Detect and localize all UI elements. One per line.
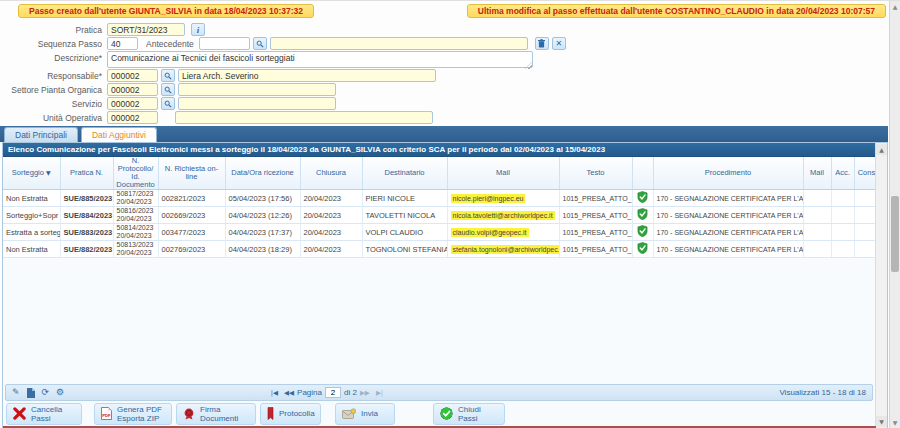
cell-acc [831, 241, 854, 258]
cell-testo: 1015_PRESA_ATTO_SCA.pdf [559, 207, 632, 224]
sequenza-input[interactable] [107, 37, 138, 50]
sequenza-label: Sequenza Passo [0, 39, 107, 49]
clear-step-button[interactable]: ✕ [552, 37, 566, 50]
genera-pdf-button[interactable]: PDF Genera PDFEsporta ZIP [94, 403, 172, 425]
cell-testo: 1015_PRESA_ATTO_SCA.pdf [559, 190, 632, 207]
settore-name-field[interactable] [178, 83, 336, 96]
cell-destinatario: VOLPI CLAUDIO [362, 224, 447, 241]
servizio-search-button[interactable] [161, 97, 175, 110]
clear-x-icon: ✕ [555, 40, 562, 48]
app-window: Passo creato dall'utente GIUNTA_SILVIA i… [0, 0, 900, 428]
invia-button[interactable]: Invia [335, 403, 395, 425]
col-chiusura[interactable]: Chiusura [300, 157, 362, 190]
col-procedimento[interactable]: Procedimento [653, 157, 803, 190]
green-check-icon [440, 407, 453, 420]
settings-gear-icon[interactable]: ⚙ [56, 388, 64, 397]
pratica-input[interactable] [107, 23, 185, 36]
col-destinatario[interactable]: Destinatario [362, 157, 447, 190]
stamp-bookmark-icon [267, 407, 274, 420]
delete-step-button[interactable] [535, 37, 549, 50]
action-toolbar: Cancella Passi PDF Genera PDFEsporta ZIP… [5, 402, 873, 425]
settore-row: Settore Pianta Organica [0, 83, 566, 96]
search-icon [164, 72, 172, 80]
svg-text:PDF: PDF [102, 413, 111, 418]
search-icon [256, 40, 264, 48]
cancella-passi-button[interactable]: Cancella Passi [6, 403, 82, 425]
browser-scrollbar[interactable]: ▲ ▼ [889, 1, 900, 428]
col-testo[interactable]: Testo [559, 157, 632, 190]
export-document-icon[interactable] [27, 388, 35, 398]
cell-sorteggio: Non Estratta [3, 190, 60, 207]
col-pratica[interactable]: Pratica N. [60, 157, 113, 190]
page-number-input[interactable] [325, 387, 341, 398]
col-ricezione[interactable]: Data/Ora ricezione [225, 157, 300, 190]
cell-pratica: SUE/883/2023 [60, 224, 113, 241]
highlighted-mail: claudio.volpi@geopec.it [451, 228, 529, 237]
scrollbar-up-icon[interactable]: ▲ [890, 3, 900, 10]
unita-name-field[interactable] [175, 111, 433, 124]
cell-testo: 1015_PRESA_ATTO_SCA.pdf [559, 224, 632, 241]
highlighted-mail: nicola.tavoletti@archiworldpec.it [451, 211, 555, 220]
next-page-button[interactable]: ▶▶ [360, 389, 370, 397]
chiudi-passi-button[interactable]: Chiudi Passi [433, 403, 505, 425]
responsabile-search-button[interactable] [161, 69, 175, 82]
scrollbar-down-icon[interactable]: ▼ [890, 419, 900, 426]
col-richiesta[interactable]: N. Richiesta on-line [158, 157, 225, 190]
cell-richiesta: 002821/2023 [158, 190, 225, 207]
prev-page-button[interactable]: ◀◀ [284, 389, 294, 397]
table-row[interactable]: Non EstrattaSUE/885/202350817/202320/04/… [3, 190, 881, 207]
page-total-label: di 2 [344, 388, 357, 397]
protocolla-button[interactable]: Protocolla [260, 403, 321, 425]
cell-testo-verified [632, 190, 653, 207]
firma-documenti-button[interactable]: Firma Documenti [176, 403, 256, 425]
servizio-code-input[interactable] [107, 97, 158, 110]
refresh-icon[interactable]: ⟳ [42, 388, 50, 397]
antecedente-desc-field[interactable] [270, 37, 528, 50]
table-row[interactable]: Sorteggio+SoprSUE/884/202350816/202320/0… [3, 207, 881, 224]
antecedente-input[interactable] [199, 37, 250, 50]
cell-protocollo: 50816/202320/04/2023 [113, 207, 158, 224]
responsabile-code-input[interactable] [107, 69, 158, 82]
scroll-up-icon[interactable]: ▲ [876, 144, 887, 155]
search-icon [164, 100, 172, 108]
col-sorteggio[interactable]: Sorteggio ▼ [3, 157, 60, 190]
tab-dati-aggiuntivi[interactable]: Dati Aggiuntivi [81, 127, 157, 142]
col-protocollo[interactable]: N. Protocollo/ Id. Documento [113, 157, 158, 190]
settore-search-button[interactable] [161, 83, 175, 96]
unita-code-input[interactable] [107, 111, 158, 124]
scrollbar-thumb[interactable] [891, 196, 899, 272]
cell-mail: claudio.volpi@geopec.it [447, 224, 559, 241]
cell-procedimento: 170 - SEGNALAZIONE CERTIFICATA PER L'AGI… [653, 224, 803, 241]
grid-scrollbar[interactable]: ▲ ▼ [875, 143, 887, 428]
table-row[interactable]: Non EstrattaSUE/882/202350813/202320/04/… [3, 241, 881, 258]
pratica-row: Pratica i [0, 23, 566, 36]
col-testo-icon [632, 157, 653, 190]
settore-code-input[interactable] [107, 83, 158, 96]
cell-mail: nicola.tavoletti@archiworldpec.it [447, 207, 559, 224]
page-label: Pagina [297, 388, 322, 397]
descrizione-textarea[interactable]: Comunicazione ai Tecnici dei fascicoli s… [107, 51, 533, 68]
col-mail-flag[interactable]: Mail [803, 157, 831, 190]
step-modified-banner: Ultima modifica al passo effettuata dall… [467, 4, 886, 18]
info-button[interactable]: i [191, 23, 205, 36]
first-page-button[interactable]: |◀ [271, 389, 278, 397]
col-mail[interactable]: Mail [447, 157, 559, 190]
cell-pratica: SUE/885/2023 [60, 190, 113, 207]
cell-pratica: SUE/882/2023 [60, 241, 113, 258]
table-row[interactable]: Estratta a sortegSUE/883/202350814/20232… [3, 224, 881, 241]
cell-procedimento: 170 - SEGNALAZIONE CERTIFICATA PER L'AGI… [653, 241, 803, 258]
tab-dati-principali[interactable]: Dati Principali [4, 127, 78, 142]
antecedente-search-button[interactable] [253, 37, 267, 50]
descrizione-label: Descrizione* [0, 51, 107, 63]
servizio-name-field[interactable] [178, 97, 336, 110]
dati-aggiuntivi-panel: Elenco Comunicazione per Fascicoli Elett… [2, 142, 888, 428]
edit-icon[interactable]: ✎ [12, 388, 20, 397]
servizio-row: Servizio [0, 97, 566, 110]
cell-procedimento: 170 - SEGNALAZIONE CERTIFICATA PER L'AGI… [653, 207, 803, 224]
scroll-down-icon[interactable]: ▼ [876, 416, 887, 427]
cell-sorteggio: Non Estratta [3, 241, 60, 258]
last-page-button[interactable]: ▶| [376, 389, 383, 397]
col-acc[interactable]: Acc. [831, 157, 854, 190]
cell-mail: nicole.pieri@ingpec.eu [447, 190, 559, 207]
responsabile-name-field[interactable] [178, 69, 436, 82]
